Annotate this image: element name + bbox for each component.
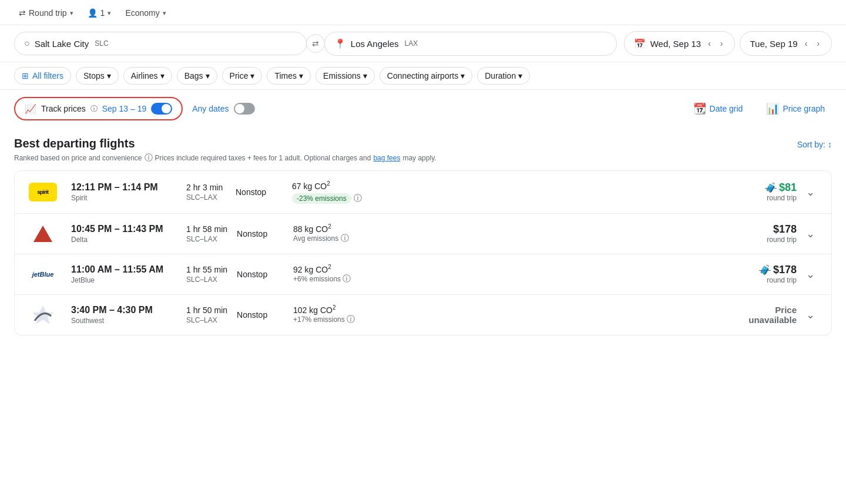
track-prices-toggle[interactable] xyxy=(151,103,172,115)
times-filter-button[interactable]: Times ▾ xyxy=(267,67,311,85)
emissions-info-icon[interactable]: ⓘ xyxy=(347,314,355,324)
flight-airline-name: JetBlue xyxy=(71,276,177,284)
flight-time: 10:45 PM – 11:43 PM Delta xyxy=(71,224,177,244)
destination-field[interactable]: 📍 Los Angeles LAX xyxy=(324,32,617,56)
all-filters-label: All filters xyxy=(32,71,63,80)
airlines-chevron: ▾ xyxy=(160,71,164,80)
emissions-filter-button[interactable]: Emissions ▾ xyxy=(315,67,375,85)
expand-button[interactable]: ⌄ xyxy=(801,225,820,243)
duration-filter-button[interactable]: Duration ▾ xyxy=(477,67,530,85)
flight-stops: Nonstop xyxy=(237,229,284,238)
emissions-info-icon[interactable]: ⓘ xyxy=(343,274,351,283)
cabin-class-button[interactable]: Economy ▾ xyxy=(120,6,170,20)
destination-city: Los Angeles xyxy=(351,39,399,49)
cabin-class-chevron: ▾ xyxy=(163,9,166,17)
passenger-icon: 👤 xyxy=(88,8,98,18)
luggage-strikethrough-icon: 🧳 xyxy=(765,182,777,193)
actions-bar: 📈 Track prices ⓘ Sep 13 – 19 Any dates 📆… xyxy=(0,90,846,127)
swap-button[interactable]: ⇄ xyxy=(306,34,325,53)
passengers-button[interactable]: 👤 1 ▾ xyxy=(83,6,116,20)
connecting-airports-filter-button[interactable]: Connecting airports ▾ xyxy=(380,67,472,85)
flight-co2: 92 kg CO2 xyxy=(293,264,368,274)
section-subtitle: Ranked based on price and convenience ⓘ … xyxy=(14,153,832,170)
flight-row[interactable]: jetBlue 11:00 AM – 11:55 AM JetBlue 1 hr… xyxy=(15,254,831,295)
destination-icon: 📍 xyxy=(334,38,346,49)
price-graph-button[interactable]: 📊 Price graph xyxy=(759,99,832,119)
trip-type-chevron: ▾ xyxy=(70,9,73,17)
flight-row[interactable]: spirit 12:11 PM – 1:14 PM Spirit 2 hr 3 … xyxy=(15,171,831,214)
depart-date-field[interactable]: 📅 Wed, Sep 13 ‹ › xyxy=(624,31,736,56)
airline-logo: spirit xyxy=(26,182,59,203)
origin-field[interactable]: ○ Salt Lake City SLC xyxy=(14,32,307,55)
flight-row[interactable]: 10:45 PM – 11:43 PM Delta 1 hr 58 min SL… xyxy=(15,214,831,254)
return-next-button[interactable]: › xyxy=(814,38,822,49)
return-date-field[interactable]: Tue, Sep 19 ‹ › xyxy=(740,31,832,56)
price-note: Prices include required taxes + fees for… xyxy=(155,154,371,162)
flight-duration: 1 hr 58 min SLC–LAX xyxy=(177,224,237,243)
svg-marker-0 xyxy=(33,226,52,242)
bag-fees-link[interactable]: bag fees xyxy=(373,154,400,162)
any-dates-button[interactable]: Any dates xyxy=(192,103,254,115)
flight-airline-name: Spirit xyxy=(71,194,177,202)
price-unavailable: Priceunavailable xyxy=(748,305,797,325)
flight-duration: 2 hr 3 min SLC–LAX xyxy=(177,183,236,201)
any-dates-toggle[interactable] xyxy=(234,103,255,115)
delta-logo xyxy=(32,223,53,244)
flight-time: 3:40 PM – 4:30 PM Southwest xyxy=(71,305,177,325)
flight-route: SLC–LAX xyxy=(186,193,226,201)
origin-code: SLC xyxy=(95,39,108,48)
date-grid-label: Date grid xyxy=(710,104,743,113)
bags-filter-button[interactable]: Bags ▾ xyxy=(177,67,217,85)
emissions-info-icon[interactable]: ⓘ xyxy=(354,193,362,203)
round-trip-icon: ⇄ xyxy=(19,8,26,18)
flight-airline-name: Southwest xyxy=(71,317,177,325)
flight-stops: Nonstop xyxy=(236,187,283,197)
luggage-strikethrough-icon: 🧳 xyxy=(759,264,771,275)
track-prices-icon: 📈 xyxy=(25,103,36,115)
price-amount: $178 xyxy=(767,223,797,236)
expand-button[interactable]: ⌄ xyxy=(801,266,820,283)
depart-date: Wed, Sep 13 xyxy=(650,39,701,49)
airlines-filter-button[interactable]: Airlines ▾ xyxy=(123,67,172,85)
return-prev-button[interactable]: ‹ xyxy=(803,38,810,49)
emissions-info-icon[interactable]: ⓘ xyxy=(341,233,349,244)
flight-duration-time: 1 hr 50 min xyxy=(186,305,227,315)
times-chevron: ▾ xyxy=(299,71,303,80)
expand-button[interactable]: ⌄ xyxy=(801,183,820,201)
emissions-label: Avg emissions ⓘ xyxy=(293,233,368,244)
flight-emissions: 88 kg CO2 Avg emissions ⓘ xyxy=(284,223,378,244)
flight-emissions: 67 kg CO2 -23% emissions ⓘ xyxy=(283,180,377,204)
date-grid-icon: 📆 xyxy=(693,102,706,115)
connecting-airports-chevron: ▾ xyxy=(461,71,465,80)
any-dates-label: Any dates xyxy=(192,104,229,113)
trip-type-button[interactable]: ⇄ Round trip ▾ xyxy=(14,6,78,20)
return-date: Tue, Sep 19 xyxy=(750,39,797,49)
sort-icon: ↕ xyxy=(828,140,832,149)
right-actions: 📆 Date grid 📊 Price graph xyxy=(686,99,832,119)
track-prices-dates: Sep 13 – 19 xyxy=(102,104,147,113)
sort-by-button[interactable]: Sort by: ↕ xyxy=(797,140,832,149)
flight-row[interactable]: 3:40 PM – 4:30 PM Southwest 1 hr 50 min … xyxy=(15,295,831,335)
bag-fees-suffix: may apply. xyxy=(402,154,436,162)
date-grid-button[interactable]: 📆 Date grid xyxy=(686,99,750,119)
flight-stops-label: Nonstop xyxy=(237,229,284,238)
flight-stops: Nonstop xyxy=(237,270,284,279)
flight-duration: 1 hr 50 min SLC–LAX xyxy=(177,305,237,324)
all-filters-button[interactable]: ⊞ All filters xyxy=(14,67,71,85)
emissions-label: +6% emissions ⓘ xyxy=(293,274,368,284)
emissions-badge: -23% emissions xyxy=(292,193,351,204)
calendar-icon: 📅 xyxy=(634,38,646,49)
price-filter-button[interactable]: Price ▾ xyxy=(222,67,263,85)
flight-route: SLC–LAX xyxy=(186,235,227,243)
flight-price: $178 round trip ⌄ xyxy=(378,223,820,244)
track-prices-box[interactable]: 📈 Track prices ⓘ Sep 13 – 19 xyxy=(14,97,183,120)
expand-button[interactable]: ⌄ xyxy=(801,306,820,324)
airline-logo xyxy=(26,223,59,244)
depart-next-button[interactable]: › xyxy=(718,38,726,49)
depart-prev-button[interactable]: ‹ xyxy=(706,38,713,49)
subtitle-text: Ranked based on price and convenience xyxy=(14,154,142,162)
emissions-filter-label: Emissions xyxy=(323,71,361,80)
subtitle-info-icon[interactable]: ⓘ xyxy=(145,153,153,163)
stops-filter-button[interactable]: Stops ▾ xyxy=(76,67,119,85)
passengers-label: 1 xyxy=(100,8,105,18)
